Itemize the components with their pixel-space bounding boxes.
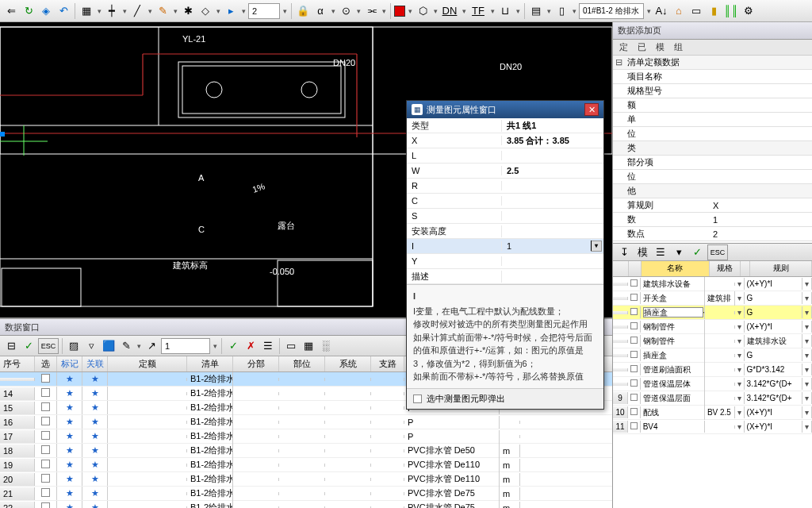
link-icon[interactable]: ⫘ xyxy=(363,3,379,19)
list-item[interactable]: 插座盒▾G▾ xyxy=(613,348,812,363)
list-item[interactable]: 11BV4▾(X+Y)*I▾ xyxy=(613,420,812,434)
table-row[interactable]: 18★★B1-2给排水PVC排水管 De50m xyxy=(0,444,612,458)
collapse-icon[interactable]: ⊟ xyxy=(3,338,19,354)
tab-ding[interactable]: 定 xyxy=(619,41,628,53)
property-row[interactable]: 算规则X xyxy=(613,198,812,213)
gear-icon[interactable]: ⚙ xyxy=(741,3,756,19)
property-row[interactable]: 部分项 xyxy=(613,156,812,170)
highlight-icon[interactable]: ▨ xyxy=(66,338,82,354)
property-row[interactable]: 位 xyxy=(613,170,812,184)
tf-label[interactable]: TF xyxy=(469,3,488,19)
table-row[interactable]: 21★★B1-2给排水PVC排水管 De75m xyxy=(0,487,612,501)
alpha-icon[interactable]: α xyxy=(312,3,328,19)
target-icon[interactable]: ◈ xyxy=(38,3,54,19)
esc-button[interactable]: ESC xyxy=(38,338,59,354)
dialog-row[interactable]: C xyxy=(407,194,603,209)
check2-icon[interactable]: ✓ xyxy=(225,338,241,354)
table-row[interactable]: 20★★B1-2给排水PVC排水管 De110m xyxy=(0,472,612,487)
list-item[interactable]: 9管道保温层面▾3.142*G*(D+▾ xyxy=(613,391,812,406)
autopop-checkbox[interactable] xyxy=(413,394,422,403)
dialog-row[interactable]: Y xyxy=(407,254,603,269)
list-icon[interactable]: ☰ xyxy=(260,338,276,354)
layer-input[interactable] xyxy=(248,3,280,19)
property-row[interactable]: 额 xyxy=(613,98,812,113)
edit-icon[interactable]: ✎ xyxy=(155,3,170,19)
r-list-icon[interactable]: ☰ xyxy=(653,244,668,260)
circle-icon[interactable]: ⊙ xyxy=(338,3,354,19)
dialog-titlebar[interactable]: ▦ 测量图元属性窗口 ✕ xyxy=(407,101,603,118)
r-mod-icon[interactable]: 模 xyxy=(634,244,650,260)
hex-icon[interactable]: ⬡ xyxy=(415,3,431,19)
refresh-icon[interactable]: ↻ xyxy=(21,3,36,19)
dialog-row[interactable]: L xyxy=(407,148,603,164)
undo-icon[interactable]: ↶ xyxy=(56,3,71,19)
t1-icon[interactable]: ▭ xyxy=(283,338,299,354)
table-row[interactable]: 19★★B1-2给排水PVC排水管 De110m xyxy=(0,458,612,472)
tab-zu[interactable]: 组 xyxy=(674,41,683,53)
r-esc-button[interactable]: ESC xyxy=(707,244,728,260)
r-ins-icon[interactable]: ↧ xyxy=(616,244,632,260)
dialog-row[interactable]: W2.5 xyxy=(407,164,603,179)
list-item[interactable]: 开关盒建筑排▾G▾ xyxy=(613,291,812,306)
bars-icon[interactable]: ║║ xyxy=(723,3,739,19)
property-row[interactable]: 规格型号 xyxy=(613,84,812,98)
color-swatch-red[interactable] xyxy=(394,6,405,17)
arrow-icon[interactable]: ⇐ xyxy=(3,3,19,19)
table-row[interactable]: 22★★B1-2给排水PVC排水管 De75m xyxy=(0,501,612,508)
dialog-row[interactable]: 安装高度 xyxy=(407,224,603,239)
bracket-icon[interactable]: ⊔ xyxy=(497,3,513,19)
tab-mo[interactable]: 模 xyxy=(656,41,665,53)
tool-icon[interactable]: ▮ xyxy=(706,3,722,19)
lock-icon[interactable]: 🔒 xyxy=(295,3,311,19)
align-icon[interactable]: ┿ xyxy=(104,3,120,19)
list-item[interactable]: 钢制管件▾(X+Y)*I▾ xyxy=(613,320,812,334)
property-row[interactable]: 位 xyxy=(613,127,812,141)
dialog-row[interactable]: 描述 xyxy=(407,269,603,284)
line-icon[interactable]: ╱ xyxy=(129,3,145,19)
list-item[interactable]: ▾▾G▾ xyxy=(613,306,812,320)
list-item[interactable]: 建筑排水设备▾(X+Y)*I▾ xyxy=(613,277,812,291)
property-row[interactable]: 项目名称 xyxy=(613,70,812,84)
r-check-icon[interactable]: ✓ xyxy=(689,244,705,260)
table-row[interactable]: 16★★B1-2给排水P xyxy=(0,415,612,429)
dialog-row[interactable]: I▾ xyxy=(407,239,603,254)
t2-icon[interactable]: ▦ xyxy=(301,338,316,354)
check-icon[interactable]: ✓ xyxy=(21,338,36,354)
dn-label[interactable]: DN xyxy=(440,3,459,19)
property-row[interactable]: 类 xyxy=(613,141,812,156)
title-input[interactable] xyxy=(579,3,644,19)
find-icon[interactable]: A↓ xyxy=(653,3,669,19)
send-icon[interactable]: ↗ xyxy=(144,338,159,354)
drop-icon[interactable]: ▿ xyxy=(83,338,99,354)
diamond-icon[interactable]: ◇ xyxy=(197,3,213,19)
property-row[interactable]: 单 xyxy=(613,113,812,127)
dialog-row[interactable]: R xyxy=(407,179,603,194)
property-row[interactable]: 数1 xyxy=(613,213,812,227)
list-item[interactable]: 管道保温层体▾3.142*G*(D+▾ xyxy=(613,377,812,391)
tab-yi[interactable]: 已 xyxy=(638,41,646,53)
doc-icon[interactable]: ▯ xyxy=(553,3,569,19)
x-icon[interactable]: ✗ xyxy=(243,338,259,354)
r-ddl-icon[interactable]: ▾ xyxy=(671,244,687,260)
card-icon[interactable]: ▭ xyxy=(688,3,704,19)
list-item[interactable]: 10配线BV 2.5▾(X+Y)*I▾ xyxy=(613,406,812,420)
burst-icon[interactable]: ✱ xyxy=(180,3,196,19)
table-icon[interactable]: ▤ xyxy=(528,3,544,19)
pen-icon[interactable]: ✎ xyxy=(118,338,134,354)
dropdown-icon[interactable]: ▾ xyxy=(96,7,102,15)
flag-icon[interactable]: ▸ xyxy=(223,3,239,19)
t3-icon[interactable]: ░ xyxy=(318,338,334,354)
filter-input[interactable] xyxy=(161,338,210,354)
dialog-row[interactable]: S xyxy=(407,209,603,224)
property-table[interactable]: ⊟清单定额数据 项目名称规格型号额单位类部分项位他算规则X数1数点2 xyxy=(613,56,812,243)
close-icon[interactable]: ✕ xyxy=(584,103,599,116)
dialog-row[interactable]: 类型共1 线1 xyxy=(407,118,603,133)
property-row[interactable]: 他 xyxy=(613,184,812,198)
list-item[interactable]: 钢制管件▾建筑排水设▾ xyxy=(613,334,812,348)
property-row[interactable]: 数点2 xyxy=(613,227,812,241)
color-icon[interactable]: 🟦 xyxy=(101,338,117,354)
home-icon[interactable]: ⌂ xyxy=(671,3,687,19)
grid-icon[interactable]: ▦ xyxy=(79,3,94,19)
list-item[interactable]: 管道刷油面积▾G*D*3.142▾ xyxy=(613,363,812,377)
table-row[interactable]: 17★★B1-2给排水P xyxy=(0,429,612,444)
